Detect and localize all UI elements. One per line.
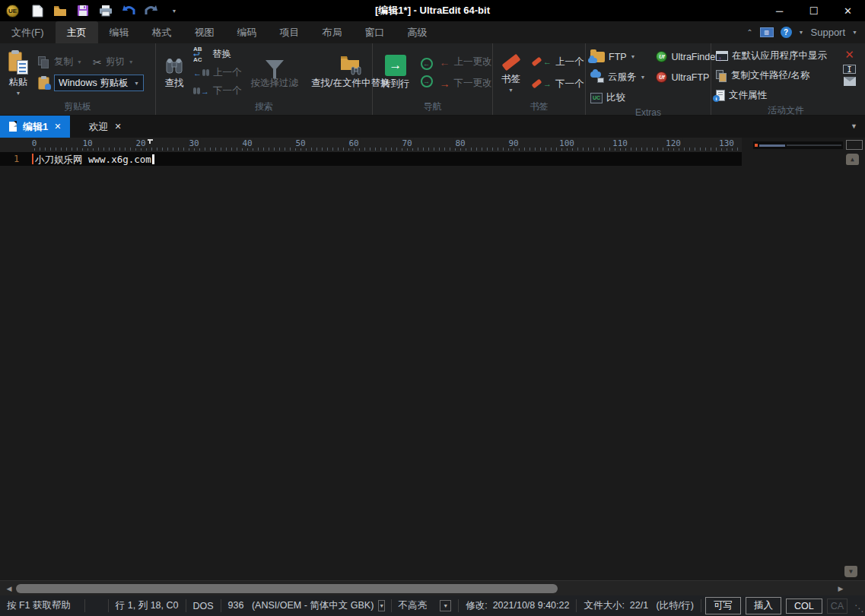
writable-toggle[interactable]: 可写 bbox=[705, 597, 741, 614]
app-logo-icon[interactable]: UE bbox=[6, 5, 19, 17]
maximize-button[interactable]: ☐ bbox=[797, 0, 831, 21]
collapse-ribbon-icon[interactable]: ⌃ bbox=[746, 28, 752, 37]
minimize-button[interactable]: ─ bbox=[762, 0, 797, 21]
replace-button[interactable]: AB ⮐ AC 替换 bbox=[193, 46, 242, 62]
cut-button[interactable]: ✂ 剪切▼ bbox=[93, 54, 134, 70]
email-file-icon[interactable] bbox=[844, 77, 856, 86]
ribbon-tab-home[interactable]: 主页 bbox=[56, 21, 98, 43]
nav-back-icon[interactable]: ← bbox=[421, 58, 433, 70]
next-change-button[interactable]: → 下一更改 bbox=[440, 75, 492, 91]
open-file-button[interactable] bbox=[52, 3, 68, 18]
encoding-dropdown-icon[interactable]: ▼ bbox=[378, 600, 385, 611]
editor-text-line[interactable]: 小刀娱乐网 www.x6g.com bbox=[35, 154, 154, 167]
ruler-mark: 90 bbox=[507, 138, 520, 148]
insert-mode-toggle[interactable]: 插入 bbox=[746, 597, 781, 614]
status-syntax-highlight[interactable]: 不高亮 ▼ bbox=[392, 599, 460, 612]
scrollbar-thumb[interactable] bbox=[16, 584, 558, 593]
ribbon-tab-coding[interactable]: 编码 bbox=[226, 21, 269, 43]
redo-icon bbox=[145, 5, 158, 16]
column-mode-toggle[interactable]: COL bbox=[786, 599, 822, 614]
rename-file-icon[interactable]: I bbox=[843, 65, 856, 74]
cloud-services-button[interactable]: 云服务▼ bbox=[590, 69, 645, 85]
document-map-preview[interactable] bbox=[753, 141, 843, 149]
doc-tab-welcome[interactable]: 欢迎 ✕ bbox=[79, 116, 130, 138]
next-bookmark-button[interactable]: → 下一个 bbox=[532, 76, 584, 92]
doc-tab-close-icon[interactable]: ✕ bbox=[114, 122, 121, 132]
modified-line-indicator bbox=[32, 154, 33, 164]
group-bookmarks: 书签 ▼ ← 上一个 → 下一个 bbox=[493, 43, 586, 115]
support-menu[interactable]: Support bbox=[811, 27, 846, 38]
ruler-mark: 50 bbox=[294, 138, 307, 148]
resize-grip-icon[interactable]: ⋱ bbox=[854, 603, 863, 614]
prev-change-button[interactable]: ← 上一更改 bbox=[440, 54, 492, 70]
highlight-dropdown-icon[interactable]: ▼ bbox=[440, 600, 451, 611]
clipboard-manager-icon[interactable] bbox=[38, 77, 49, 90]
ultraedit-window: UE bbox=[0, 0, 865, 616]
group-label-clipboard: 剪贴板 bbox=[0, 100, 155, 115]
redo-button[interactable] bbox=[144, 3, 159, 18]
ruler-mark: 40 bbox=[240, 138, 253, 148]
scroll-right-icon[interactable]: ▶ bbox=[835, 583, 846, 594]
status-encoding[interactable]: 936 (ANSI/OEM - 简体中文 GBK) ▼ bbox=[221, 599, 392, 612]
ultrafinder-button[interactable]: Uf UltraFinder bbox=[656, 49, 718, 65]
undo-button[interactable] bbox=[121, 3, 136, 18]
column-ruler: 0102030405060708090100110120130 bbox=[0, 138, 742, 152]
goto-line-button[interactable]: → 转到行 bbox=[377, 55, 414, 90]
copy-button[interactable]: 复制▼ bbox=[38, 54, 82, 70]
paste-button[interactable]: 粘贴 ▼ bbox=[5, 50, 32, 96]
support-dropdown-icon[interactable]: ▼ bbox=[852, 30, 857, 35]
filter-by-selection-button[interactable]: 按选择过滤 bbox=[247, 56, 303, 90]
horizontal-scrollbar[interactable]: ◀ ▶ bbox=[0, 580, 865, 595]
clipboard-select-value: Windows 剪贴板 bbox=[59, 77, 134, 90]
save-floppy-icon bbox=[77, 5, 89, 17]
compare-button[interactable]: UC 比较 bbox=[590, 90, 645, 106]
ribbon-tab-layout[interactable]: 布局 bbox=[311, 21, 354, 43]
scroll-left-icon[interactable]: ◀ bbox=[4, 583, 14, 594]
ribbon-tab-view[interactable]: 视图 bbox=[183, 21, 226, 43]
new-file-button[interactable] bbox=[30, 3, 45, 18]
ribbon-tab-file[interactable]: 文件(F) bbox=[0, 21, 56, 43]
bookmark-button[interactable]: 书签 ▼ bbox=[498, 53, 524, 93]
ribbon-tab-advanced[interactable]: 高级 bbox=[396, 21, 439, 43]
file-properties-button[interactable]: i 文件属性 bbox=[716, 87, 835, 103]
editor-area[interactable]: 1 小刀娱乐网 www.x6g.com ▲ ▼ bbox=[0, 152, 865, 580]
show-in-default-app-icon: ↑ bbox=[716, 51, 728, 61]
ribbon-tab-project[interactable]: 项目 bbox=[269, 21, 311, 43]
doc-tab-label: 欢迎 bbox=[88, 120, 108, 134]
status-encoding-value: 936 (ANSI/OEM - 简体中文 GBK) bbox=[228, 599, 374, 612]
find-next-button[interactable]: → 下一个 bbox=[193, 83, 242, 99]
copy-file-path-button[interactable]: 复制文件路径/名称 bbox=[716, 68, 835, 84]
print-button[interactable] bbox=[98, 3, 113, 18]
ribbon-tab-format[interactable]: 格式 bbox=[141, 21, 183, 43]
ribbon-tab-edit[interactable]: 编辑 bbox=[98, 21, 141, 43]
qat-customize-button[interactable]: ▼ bbox=[167, 3, 182, 18]
map-viewport-box[interactable] bbox=[846, 140, 863, 150]
ftp-button[interactable]: FTP▼ bbox=[590, 49, 645, 65]
find-prev-button[interactable]: ← 上一个 bbox=[193, 65, 242, 81]
help-dropdown-icon[interactable]: ▼ bbox=[799, 30, 804, 35]
status-cursor-position[interactable]: 行 1, 列 18, C0 bbox=[109, 599, 186, 612]
group-active-file: ↑ 在默认应用程序中显示 复制文件路径/名称 i 文件属性 ✕ I bbox=[711, 43, 860, 115]
prev-change-icon: ← bbox=[440, 56, 450, 68]
doc-tab-close-icon[interactable]: ✕ bbox=[54, 122, 61, 132]
doc-tab-edit1[interactable]: 编辑1 ✕ bbox=[0, 116, 70, 138]
ribbon-mode-icon[interactable]: ▥ bbox=[760, 27, 774, 37]
tab-list-dropdown-icon[interactable]: ▼ bbox=[851, 122, 857, 130]
status-help: 按 F1 获取帮助 bbox=[0, 599, 85, 612]
close-file-icon[interactable]: ✕ bbox=[844, 48, 854, 62]
ribbon-tab-window[interactable]: 窗口 bbox=[354, 21, 396, 43]
map-scroll-up-button[interactable]: ▲ bbox=[846, 154, 859, 165]
close-button[interactable]: ✕ bbox=[831, 0, 865, 21]
find-button[interactable]: 查找 bbox=[161, 56, 188, 90]
prev-bookmark-button[interactable]: ← 上一个 bbox=[532, 54, 584, 70]
save-button[interactable] bbox=[75, 3, 91, 18]
status-line-ending[interactable]: DOS bbox=[186, 599, 221, 612]
ruler-mark: 120 bbox=[664, 138, 682, 148]
help-icon[interactable]: ? bbox=[781, 27, 792, 38]
ultraftp-button[interactable]: Uf UltraFTP bbox=[656, 69, 718, 85]
map-scroll-down-button[interactable]: ▼ bbox=[844, 566, 857, 577]
show-in-default-app-button[interactable]: ↑ 在默认应用程序中显示 bbox=[716, 48, 835, 64]
nav-forward-icon[interactable]: → bbox=[421, 75, 433, 87]
clipboard-select[interactable]: Windows 剪贴板 ▼ bbox=[54, 75, 144, 91]
group-label-search: 搜索 bbox=[156, 100, 372, 115]
